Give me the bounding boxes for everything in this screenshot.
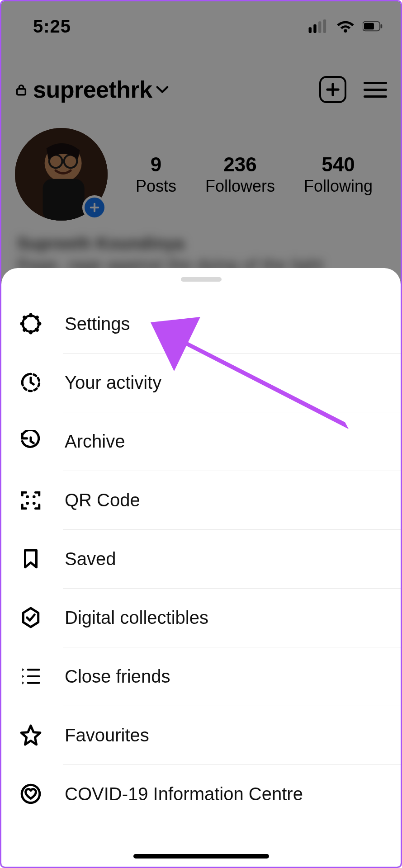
svg-point-16 xyxy=(33,495,36,498)
star-icon xyxy=(19,724,42,746)
menu-item-close-friends[interactable]: Close friends xyxy=(1,647,401,706)
menu-label: Settings xyxy=(65,314,130,334)
menu-item-archive[interactable]: Archive xyxy=(1,412,401,471)
menu-item-favourites[interactable]: Favourites xyxy=(1,706,401,764)
menu-label: Saved xyxy=(65,549,116,569)
qr-icon xyxy=(19,489,42,511)
svg-point-22 xyxy=(22,785,40,803)
svg-point-17 xyxy=(26,502,29,505)
archive-icon xyxy=(19,430,42,453)
menu-label: COVID-19 Information Centre xyxy=(65,784,303,804)
gear-icon xyxy=(19,312,42,335)
menu-label: Archive xyxy=(65,431,125,452)
menu-label: Digital collectibles xyxy=(65,608,208,628)
menu-bottom-sheet: Settings Your activity xyxy=(1,268,401,867)
menu-label: Your activity xyxy=(65,373,161,393)
bookmark-icon xyxy=(19,547,42,570)
menu-label: QR Code xyxy=(65,490,140,510)
sheet-grabber[interactable] xyxy=(181,277,222,282)
menu-item-collectibles[interactable]: Digital collectibles xyxy=(1,588,401,647)
svg-point-18 xyxy=(33,502,36,505)
activity-icon xyxy=(19,371,42,394)
heart-pulse-icon xyxy=(19,783,42,805)
menu-item-covid[interactable]: COVID-19 Information Centre xyxy=(1,764,401,823)
menu-item-qr[interactable]: QR Code xyxy=(1,471,401,529)
menu-label: Favourites xyxy=(65,725,149,745)
menu-item-saved[interactable]: Saved xyxy=(1,529,401,588)
menu-item-settings[interactable]: Settings xyxy=(1,294,401,353)
menu-item-activity[interactable]: Your activity xyxy=(1,353,401,412)
close-friends-icon xyxy=(19,665,42,688)
svg-point-15 xyxy=(26,495,29,498)
menu-label: Close friends xyxy=(65,666,170,687)
home-indicator[interactable] xyxy=(133,854,269,859)
collectibles-icon xyxy=(19,606,42,629)
